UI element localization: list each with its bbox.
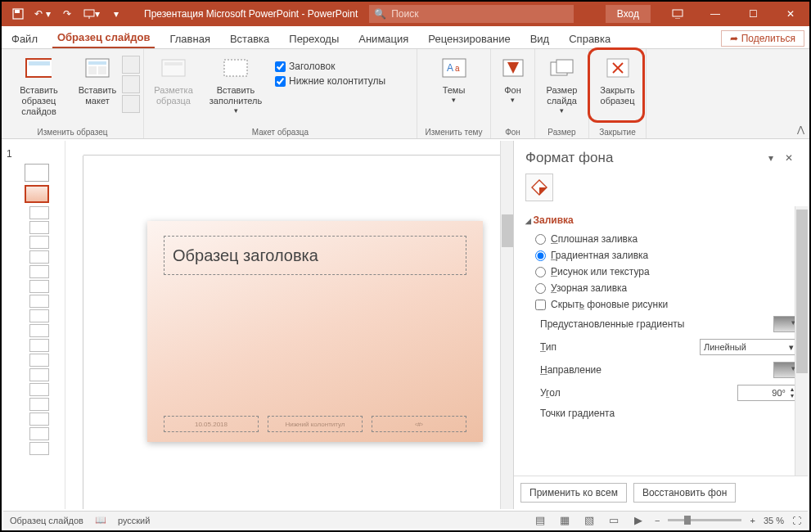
pane-close-icon[interactable]: ✕ — [780, 149, 798, 167]
pane-scrollbar[interactable] — [795, 206, 808, 476]
date-placeholder[interactable]: 10.05.2018 — [164, 416, 259, 432]
layout-thumbnail[interactable] — [29, 250, 49, 264]
preserve-button[interactable] — [122, 95, 140, 113]
layout-thumbnail[interactable] — [29, 398, 49, 411]
layout-thumbnail[interactable] — [29, 427, 49, 440]
zoom-out-button[interactable]: − — [655, 516, 660, 525]
tab-insert[interactable]: Вставка — [225, 29, 274, 48]
qat-customize-icon[interactable]: ▾ — [106, 4, 126, 24]
gradient-fill-radio[interactable]: Градиентная заливка — [525, 247, 808, 264]
slide-master-icon — [25, 56, 52, 82]
layout-thumbnail[interactable] — [29, 442, 49, 455]
layout-thumbnail[interactable] — [29, 368, 49, 381]
notes-button[interactable]: ▤ — [532, 514, 548, 527]
layout-thumbnail[interactable] — [29, 295, 49, 308]
layout-thumbnail[interactable] — [29, 280, 49, 293]
background-button[interactable]: Фон ▾ — [494, 54, 531, 106]
type-dropdown[interactable]: Линейный▾ — [700, 339, 798, 355]
insert-layout-button[interactable]: Вставить макет — [74, 54, 120, 108]
edit-scrollbar[interactable] — [500, 141, 513, 509]
slide-canvas[interactable]: Образец заголовка 10.05.2018 Нижний коло… — [147, 221, 483, 442]
undo-icon[interactable]: ↶ ▾ — [33, 4, 52, 24]
layout-thumbnail[interactable] — [29, 309, 49, 322]
preset-gradients-label: Предустановленные градиенты — [540, 318, 767, 330]
slide-number-placeholder[interactable]: ‹#› — [372, 416, 466, 432]
zoom-slider[interactable] — [668, 519, 741, 521]
layout-thumbnail-selected[interactable] — [25, 185, 49, 203]
reset-background-button[interactable]: Восстановить фон — [633, 483, 736, 503]
collapse-ribbon-icon[interactable]: ⋀ — [797, 124, 804, 135]
group-label-close: Закрытие — [592, 126, 642, 138]
insert-slide-master-button[interactable]: Вставить образец слайдов — [5, 54, 73, 119]
footers-checkbox[interactable]: Нижние колонтитулы — [272, 74, 389, 88]
minimize-icon[interactable]: — — [696, 2, 734, 26]
zoom-in-button[interactable]: + — [750, 516, 755, 525]
apply-to-all-button[interactable]: Применить ко всем — [520, 483, 627, 503]
layout-thumbnail[interactable] — [29, 339, 49, 352]
fill-category-icon[interactable] — [525, 174, 553, 201]
normal-view-icon[interactable]: ▦ — [556, 514, 573, 527]
slide-size-button[interactable]: Размер слайда ▾ — [538, 54, 585, 117]
tab-home[interactable]: Главная — [164, 29, 214, 48]
themes-button[interactable]: Aa Темы ▾ — [432, 54, 476, 106]
solid-fill-radio[interactable]: Сплошная заливка — [525, 231, 808, 247]
share-button[interactable]: ➦ Поделиться — [721, 30, 804, 47]
zoom-level[interactable]: 35 % — [764, 516, 784, 525]
start-slideshow-icon[interactable]: ▾ — [82, 4, 101, 24]
save-icon[interactable] — [8, 4, 28, 24]
reading-view-icon[interactable]: ▭ — [606, 514, 622, 527]
angle-label: Угол — [540, 387, 731, 399]
spellcheck-icon[interactable]: 📖 — [95, 515, 106, 525]
tab-file[interactable]: Файл — [7, 29, 43, 48]
vertical-ruler — [65, 156, 83, 509]
insert-placeholder-button[interactable]: Вставить заполнитель ▾ — [201, 54, 270, 117]
title-placeholder[interactable]: Образец заголовка — [164, 236, 466, 275]
layout-thumbnail[interactable] — [29, 383, 49, 396]
tab-help[interactable]: Справка — [564, 29, 615, 48]
pattern-fill-radio[interactable]: Узорная заливка — [525, 280, 808, 296]
fit-to-window-icon[interactable]: ⛶ — [792, 516, 801, 525]
picture-fill-radio[interactable]: Рисунок или текстура — [525, 264, 808, 280]
fill-section-title[interactable]: Заливка — [525, 214, 808, 226]
master-thumbnail[interactable] — [25, 164, 49, 182]
svg-rect-14 — [224, 60, 247, 76]
close-master-button[interactable]: Закрыть образец — [594, 54, 642, 108]
title-placeholder-text: Образец заголовка — [173, 246, 318, 265]
layout-thumbnail[interactable] — [29, 324, 49, 337]
tab-slide-master[interactable]: Образец слайдов — [52, 28, 155, 48]
angle-spinner[interactable]: 90°▴▾ — [737, 385, 798, 401]
placeholder-icon — [223, 56, 249, 82]
tab-review[interactable]: Рецензирование — [423, 29, 515, 48]
rename-button[interactable] — [122, 75, 140, 93]
status-language[interactable]: русский — [118, 516, 150, 525]
layout-thumbnail[interactable] — [29, 265, 49, 278]
delete-button[interactable] — [122, 56, 140, 74]
pane-menu-icon[interactable]: ▾ — [762, 149, 780, 167]
slideshow-view-icon[interactable]: ▶ — [630, 514, 647, 527]
master-small-buttons — [122, 54, 140, 113]
sorter-view-icon[interactable]: ▧ — [581, 514, 597, 527]
layout-thumbnail[interactable] — [29, 354, 49, 367]
layout-thumbnail[interactable] — [29, 413, 49, 426]
svg-text:a: a — [455, 64, 460, 73]
hide-bg-checkbox[interactable]: Скрыть фоновые рисунки — [525, 296, 808, 313]
search-box[interactable]: 🔍 Поиск — [369, 5, 574, 23]
tab-view[interactable]: Вид — [525, 29, 555, 48]
tab-animation[interactable]: Анимация — [354, 29, 413, 48]
layout-thumbnail[interactable] — [29, 236, 49, 249]
redo-icon[interactable]: ↷ — [57, 4, 77, 24]
tab-transitions[interactable]: Переходы — [284, 29, 344, 48]
layout-thumbnail[interactable] — [29, 206, 49, 219]
footer-placeholder[interactable]: Нижний колонтитул — [268, 416, 363, 432]
slide-size-label: Размер слайда — [540, 85, 583, 106]
title-bar: ↶ ▾ ↷ ▾ ▾ Презентация Microsoft PowerPoi… — [2, 2, 809, 26]
title-checkbox[interactable]: Заголовок — [272, 59, 389, 74]
maximize-icon[interactable]: ☐ — [734, 2, 772, 26]
close-icon[interactable]: ✕ — [772, 2, 809, 26]
layout-thumbnail[interactable] — [29, 221, 49, 234]
group-label-size: Размер — [538, 126, 585, 138]
title-checkbox-label: Заголовок — [289, 61, 335, 72]
ribbon-options-icon[interactable] — [659, 2, 696, 26]
group-label-background: Фон — [494, 126, 531, 138]
login-button[interactable]: Вход — [606, 5, 651, 23]
